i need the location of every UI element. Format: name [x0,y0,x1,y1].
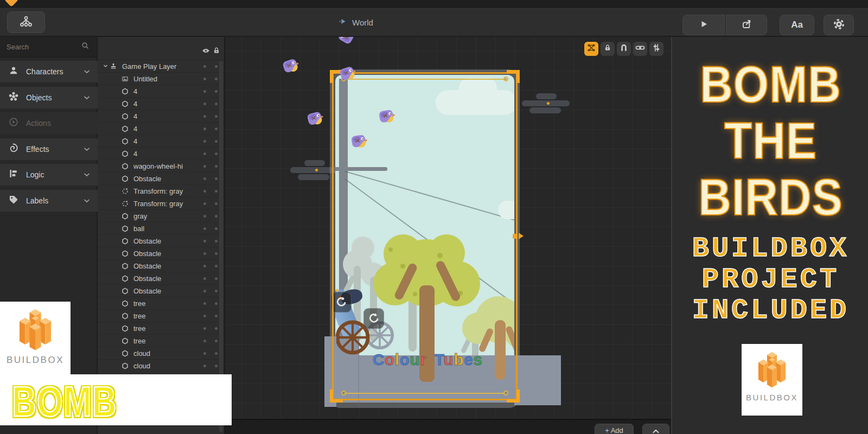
layer-row-transform-gray[interactable]: Transform: gray [98,197,224,210]
settings-button[interactable] [824,15,854,35]
visibility-dot-toggle[interactable] [203,90,206,93]
lock-dot-toggle[interactable] [215,315,218,317]
lock-dot-toggle[interactable] [215,177,218,180]
lock-dot-toggle[interactable] [215,327,218,330]
visibility-dot-toggle[interactable] [203,103,206,105]
visibility-dot-toggle[interactable] [203,165,206,168]
visibility-dot-toggle[interactable] [203,352,206,355]
lock-dot-toggle[interactable] [215,227,218,230]
game-title-text[interactable]: Colour Tubes [365,350,490,369]
layer-row-tree[interactable]: tree [98,335,224,347]
lock-dot-toggle[interactable] [215,265,218,267]
lock-dot-toggle[interactable] [215,127,218,130]
layer-row-ball[interactable]: ball [98,222,224,235]
layer-row-4[interactable]: 4 [98,98,224,110]
sidebar-item-effects[interactable]: Effects [0,138,98,160]
sidebar-item-objects[interactable]: Objects [0,87,98,108]
lock-dot-toggle[interactable] [215,290,218,292]
sky-cloud-sprite[interactable] [498,201,514,219]
visibility-dot-toggle[interactable] [203,227,206,230]
visibility-dot-toggle[interactable] [203,365,206,367]
visibility-dot-toggle[interactable] [203,290,206,292]
lock-tool-button[interactable] [601,42,615,56]
lock-dot-toggle[interactable] [215,202,218,205]
layer-row-transform-gray[interactable]: Transform: gray [98,185,224,197]
layer-row-tree[interactable]: tree [98,322,224,335]
layer-row-cloud[interactable]: cloud [98,347,224,360]
layer-row-4[interactable]: 4 [98,135,224,148]
visibility-dot-toggle[interactable] [203,315,206,317]
lock-dot-toggle[interactable] [215,190,218,193]
visibility-dot-toggle[interactable] [203,152,206,155]
eye-icon[interactable] [202,47,210,55]
sidebar-item-logic[interactable]: Logic [0,164,98,186]
layer-row-gray[interactable]: gray [98,210,224,222]
visibility-dot-toggle[interactable] [203,177,206,180]
font-settings-button[interactable]: Aa [780,15,814,35]
lock-dot-toggle[interactable] [215,65,218,68]
layer-row-game-play-layer[interactable]: Game Play Layer [98,60,224,73]
bird-sprite[interactable] [350,133,368,149]
lock-dot-toggle[interactable] [215,115,218,118]
lock-dot-toggle[interactable] [215,302,218,305]
export-button[interactable] [726,15,767,35]
tree-trunk-sprite[interactable] [495,320,506,380]
visibility-dot-toggle[interactable] [203,190,206,193]
layer-row-obstacle[interactable]: Obstacle [98,285,224,297]
visibility-dot-toggle[interactable] [203,277,206,280]
visibility-dot-toggle[interactable] [203,340,206,342]
lock-dot-toggle[interactable] [215,165,218,168]
lock-dot-toggle[interactable] [215,140,218,143]
breadcrumb[interactable]: World [339,8,373,37]
lock-dot-toggle[interactable] [215,152,218,155]
scene-canvas[interactable]: ✦ Colour Tubes [225,37,671,419]
lock-dot-toggle[interactable] [215,365,218,367]
lock-dot-toggle[interactable] [215,340,218,342]
visibility-dot-toggle[interactable] [203,252,206,255]
rotate-handle[interactable] [331,292,352,312]
free-transform-tool-button[interactable] [584,42,598,56]
sidebar-item-characters[interactable]: Characters [0,61,98,82]
chevron-down-icon[interactable] [103,61,108,71]
sidebar-item-labels[interactable]: Labels [0,190,98,212]
visibility-dot-toggle[interactable] [203,140,206,143]
rotate-handle[interactable] [363,308,384,329]
add-button[interactable]: + Add [595,424,634,434]
visibility-dot-toggle[interactable] [203,202,206,205]
layer-row-4[interactable]: 4 [98,85,224,98]
visibility-dot-toggle[interactable] [203,78,206,80]
layer-row-tree[interactable]: tree [98,297,224,310]
lock-dot-toggle[interactable] [215,215,218,218]
layer-row-4[interactable]: 4 [98,110,224,123]
layer-row-4[interactable]: 4 [98,148,224,160]
editor-cloud-sprite[interactable] [522,93,571,116]
mindmap-view-button[interactable] [7,11,45,33]
lock-dot-toggle[interactable] [215,240,218,242]
visibility-dot-toggle[interactable] [203,327,206,330]
layer-row-cloud[interactable]: cloud [98,360,224,372]
lock-dot-toggle[interactable] [215,78,218,80]
ground-sprite-ext[interactable] [324,336,336,407]
visibility-dot-toggle[interactable] [203,302,206,305]
layer-row-obstacle[interactable]: Obstacle [98,173,224,185]
layer-row-wagon-wheel-hi[interactable]: wagon-wheel-hi [98,160,224,173]
visibility-dot-toggle[interactable] [203,240,206,242]
game-frame[interactable]: ✦ Colour Tubes [330,69,520,408]
search-input[interactable]: Search [0,37,97,58]
lock-dot-toggle[interactable] [215,103,218,105]
layer-row-obstacle[interactable]: Obstacle [98,247,224,260]
ground-sprite-ext[interactable] [514,355,561,405]
magnet-tool-button[interactable] [617,42,631,56]
bird-sprite[interactable] [378,108,396,125]
visibility-dot-toggle[interactable] [203,215,206,218]
bird-sprite[interactable] [305,110,324,127]
layer-row-tree[interactable]: tree [98,310,224,322]
lock-dot-toggle[interactable] [215,252,218,255]
play-button[interactable] [682,15,725,35]
visibility-dot-toggle[interactable] [203,127,206,130]
visibility-dot-toggle[interactable] [203,65,206,68]
layer-row-untitled[interactable]: Untitled [98,73,224,85]
align-tool-button[interactable] [649,42,663,56]
collapse-panel-button[interactable] [642,424,669,434]
bird-sprite[interactable] [335,37,356,47]
